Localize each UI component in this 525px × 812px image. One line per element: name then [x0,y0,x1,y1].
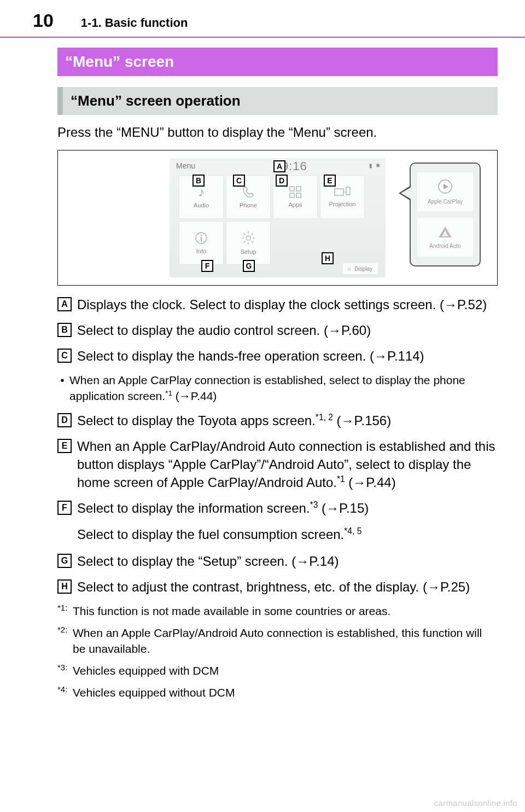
svg-rect-1 [296,187,301,191]
device-menu-label: Menu [176,161,195,170]
page-content: “Menu” screen “Menu” screen operation Pr… [0,38,525,701]
tile-apps-label: Apps [288,201,302,208]
marker-C: C [233,175,245,187]
tile-audio-label: Audio [194,202,209,208]
item-F-text: Select to display the information screen… [77,499,498,517]
svg-rect-3 [296,193,301,198]
svg-line-14 [244,234,246,235]
item-F: F Select to display the information scre… [57,499,498,517]
figure-frame: Menu 9:16 ▮ ✱ ♪ Audio Phone [57,150,498,286]
watermark: carmanualsonline.info [434,798,517,808]
footnote-3-mark: *3: [57,662,73,673]
intro-text: Press the “MENU” button to display the “… [57,125,498,140]
svg-line-15 [252,241,253,243]
device-clock: 9:16 [282,159,307,173]
footnote-3: *3: Vehicles equipped with DCM [57,663,498,678]
tile-setup: Setup [226,222,270,264]
svg-rect-8 [201,237,202,241]
device-status-icons: ▮ ✱ [369,163,380,169]
item-list: A Displays the clock. Select to display … [57,295,498,596]
callout-carplay: Apple CarPlay [417,172,473,211]
footnote-4: *4: Vehicles equipped without DCM [57,685,498,700]
svg-rect-5 [346,187,350,195]
item-D-marker: D [57,413,72,427]
phone-icon [242,185,255,199]
item-D: D Select to display the Toyota apps scre… [57,411,498,430]
item-H-text: Select to adjust the contrast, brightnes… [77,578,498,596]
callout-carplay-label: Apple CarPlay [428,199,463,205]
svg-marker-19 [444,184,448,189]
item-E: E When an Apple CarPlay/Android Auto con… [57,437,498,491]
tile-info-label: Info [196,248,206,254]
note-icon: ♪ [198,185,205,199]
footnote-2-mark: *2: [57,624,73,635]
item-E-marker: E [57,439,72,453]
info-icon [195,231,208,245]
device-display-label: Display [354,266,372,272]
device-tile-grid: ♪ Audio Phone Apps [179,176,364,264]
footnote-2: *2: When an Apple CarPlay/Android Auto c… [57,625,498,657]
svg-rect-0 [290,187,294,191]
item-A-marker: A [57,297,72,311]
tile-phone-label: Phone [240,202,257,208]
chapter-title: 1-1. Basic function [81,16,188,30]
item-F-marker: F [57,501,72,515]
item-G-text: Select to display the “Setup” screen. (→… [77,552,498,570]
device-display-button: ☼ Display [343,263,378,274]
page-header: 10 1-1. Basic function [0,0,525,38]
item-C-text: Select to display the hands-free operati… [77,347,498,365]
marker-B: B [192,175,205,187]
svg-rect-4 [335,189,343,195]
androidauto-icon [438,225,453,241]
marker-F: F [201,260,213,272]
projection-callout: Apple CarPlay Android Auto [410,163,481,266]
tile-setup-label: Setup [241,248,256,255]
svg-line-16 [252,234,253,235]
item-C-sub-text: When an Apple CarPlay connection is esta… [69,373,498,404]
footnote-3-text: Vehicles equipped with DCM [73,663,498,678]
bluetooth-icon: ✱ [376,163,380,169]
footnote-4-text: Vehicles equipped without DCM [73,685,498,700]
item-G: G Select to display the “Setup” screen. … [57,552,498,570]
page-title: “Menu” screen [57,48,498,76]
apps-icon [289,186,301,198]
sun-icon: ☼ [346,265,352,272]
bullet-icon: • [57,373,67,388]
marker-E: E [324,175,336,187]
item-G-marker: G [57,554,72,568]
footnote-1-text: This function is not made available in s… [73,604,498,619]
carplay-icon [438,179,453,196]
item-D-text: Select to display the Toyota apps screen… [77,411,498,430]
item-A-text: Displays the clock. Select to display th… [77,295,498,314]
svg-point-9 [246,236,250,240]
marker-D: D [276,175,288,187]
tile-info: Info [179,222,223,264]
item-B: B Select to display the audio control sc… [57,321,498,339]
marker-A: A [273,160,285,172]
svg-rect-2 [290,193,294,198]
signal-icon: ▮ [369,163,372,169]
footnote-1-mark: *1: [57,602,73,613]
item-H: H Select to adjust the contrast, brightn… [57,578,498,596]
page-number: 10 [33,10,54,31]
marker-G: G [243,260,255,272]
tile-projection-label: Projection [329,201,356,207]
callout-android: Android Auto [417,218,473,257]
projection-icon [334,187,351,198]
callout-android-label: Android Auto [429,243,460,249]
item-F-extra: Select to display the fuel consumption s… [77,525,498,543]
item-C: C Select to display the hands-free opera… [57,347,498,365]
gear-icon [241,231,255,245]
svg-line-17 [244,241,246,243]
item-C-marker: C [57,349,72,363]
footnote-1: *1: This function is not made available … [57,604,498,619]
item-A: A Displays the clock. Select to display … [57,295,498,314]
item-E-text: When an Apple CarPlay/Android Auto conne… [77,437,498,491]
item-B-text: Select to display the audio control scre… [77,321,498,339]
item-H-marker: H [57,579,72,594]
section-title: “Menu” screen operation [57,87,498,115]
svg-point-7 [201,235,202,236]
item-B-marker: B [57,323,72,337]
footnote-2-text: When an Apple CarPlay/Android Auto conne… [73,625,498,657]
item-C-sub: • When an Apple CarPlay connection is es… [57,373,498,404]
